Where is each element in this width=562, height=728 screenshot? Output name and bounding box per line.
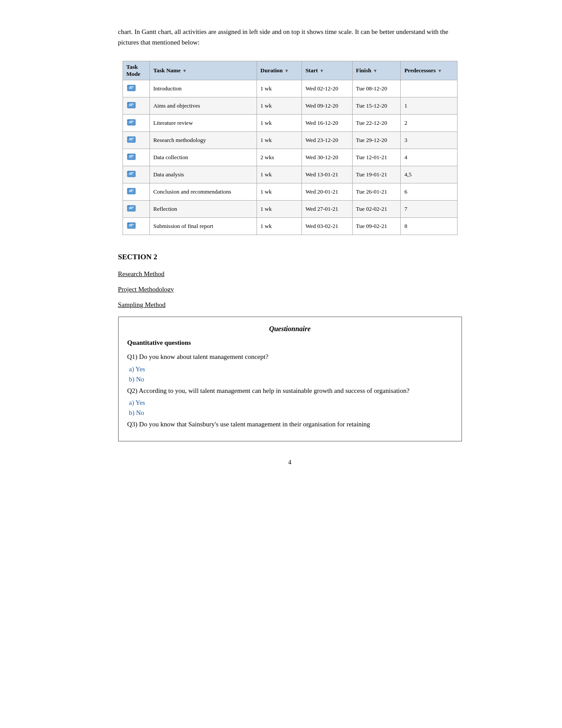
cell-start: Wed 03-02-21 xyxy=(301,218,352,235)
cell-duration: 1 wk xyxy=(257,97,301,115)
question-item: Q3) Do you know that Sainsbury's use tal… xyxy=(127,419,453,429)
cell-start: Wed 20-01-21 xyxy=(301,183,352,201)
cell-predecessors: 7 xyxy=(401,201,457,218)
task-icon xyxy=(127,169,137,178)
task-mode-cell xyxy=(123,132,149,149)
questionnaire-items: Q1) Do you know about talent management … xyxy=(127,352,453,429)
cell-start: Wed 09-12-20 xyxy=(301,97,352,115)
task-mode-cell xyxy=(123,166,149,183)
task-icon xyxy=(127,118,137,127)
table-row: Research methodology1 wkWed 23-12-20Tue … xyxy=(123,132,457,149)
answer-item: b) No xyxy=(129,376,453,383)
question-item: Q2) According to you, will talent manage… xyxy=(127,386,453,396)
answer-item: a) Yes xyxy=(129,366,453,373)
answer-item: b) No xyxy=(129,409,453,417)
cell-finish: Tue 19-01-21 xyxy=(352,166,401,183)
duration-sort-icon[interactable]: ▼ xyxy=(284,68,289,73)
cell-start: Wed 16-12-20 xyxy=(301,115,352,132)
task-mode-cell xyxy=(123,115,149,132)
cell-predecessors: 4 xyxy=(401,149,457,166)
sampling-method-link[interactable]: Sampling Method xyxy=(118,301,462,309)
table-row: Conclusion and recommendations1 wkWed 20… xyxy=(123,183,457,201)
cell-duration: 2 wks xyxy=(257,149,301,166)
gantt-table: TaskMode Task Name ▼ Duration ▼ xyxy=(123,61,458,235)
finish-sort-icon[interactable]: ▼ xyxy=(373,68,377,73)
cell-start: Wed 13-01-21 xyxy=(301,166,352,183)
cell-start: Wed 30-12-20 xyxy=(301,149,352,166)
start-sort-icon[interactable]: ▼ xyxy=(320,68,324,73)
cell-finish: Tue 22-12-20 xyxy=(352,115,401,132)
cell-start: Wed 23-12-20 xyxy=(301,132,352,149)
gantt-body: Introduction1 wkWed 02-12-20Tue 08-12-20… xyxy=(123,80,457,235)
cell-duration: 1 wk xyxy=(257,80,301,97)
task-mode-cell xyxy=(123,149,149,166)
cell-duration: 1 wk xyxy=(257,115,301,132)
finish-label: Finish xyxy=(356,67,372,74)
task-mode-label: TaskMode xyxy=(127,63,141,78)
cell-duration: 1 wk xyxy=(257,183,301,201)
table-row: Reflection1 wkWed 27-01-21Tue 02-02-217 xyxy=(123,201,457,218)
cell-finish: Tue 15-12-20 xyxy=(352,97,401,115)
cell-task_name: Reflection xyxy=(149,201,257,218)
page-container: chart. In Gantt chart, all activities ar… xyxy=(83,0,480,493)
cell-finish: Tue 09-02-21 xyxy=(352,218,401,235)
cell-task_name: Literature review xyxy=(149,115,257,132)
cell-finish: Tue 08-12-20 xyxy=(352,80,401,97)
cell-duration: 1 wk xyxy=(257,218,301,235)
col-header-duration: Duration ▼ xyxy=(257,61,301,80)
cell-finish: Tue 26-01-21 xyxy=(352,183,401,201)
questionnaire-subtitle: Quantitative questions xyxy=(127,339,453,347)
cell-task_name: Research methodology xyxy=(149,132,257,149)
cell-duration: 1 wk xyxy=(257,166,301,183)
cell-task_name: Aims and objectives xyxy=(149,97,257,115)
cell-finish: Tue 12-01-21 xyxy=(352,149,401,166)
task-mode-cell xyxy=(123,201,149,218)
cell-predecessors: 6 xyxy=(401,183,457,201)
gantt-header-row: TaskMode Task Name ▼ Duration ▼ xyxy=(123,61,457,80)
cell-finish: Tue 29-12-20 xyxy=(352,132,401,149)
col-header-start: Start ▼ xyxy=(301,61,352,80)
cell-task_name: Submission of final report xyxy=(149,218,257,235)
predecessors-sort-icon[interactable]: ▼ xyxy=(438,68,442,73)
col-header-predecessors: Predecessors ▼ xyxy=(401,61,457,80)
task-icon xyxy=(127,135,137,144)
predecessors-label: Predecessors xyxy=(404,67,435,74)
col-header-task-mode: TaskMode xyxy=(123,61,149,80)
question-item: Q1) Do you know about talent management … xyxy=(127,352,453,362)
task-icon xyxy=(127,101,137,109)
cell-duration: 1 wk xyxy=(257,201,301,218)
cell-task_name: Introduction xyxy=(149,80,257,97)
cell-predecessors: 3 xyxy=(401,132,457,149)
start-label: Start xyxy=(305,67,318,74)
task-icon xyxy=(127,187,137,195)
page-number: 4 xyxy=(118,459,462,466)
task-name-sort-icon[interactable]: ▼ xyxy=(182,68,187,73)
task-icon xyxy=(127,152,137,161)
intro-paragraph: chart. In Gantt chart, all activities ar… xyxy=(118,26,462,48)
cell-predecessors xyxy=(401,80,457,97)
answer-item: a) Yes xyxy=(129,399,453,407)
task-icon xyxy=(127,221,137,230)
cell-task_name: Data analysis xyxy=(149,166,257,183)
project-methodology-link[interactable]: Project Methodology xyxy=(118,286,462,293)
task-mode-cell xyxy=(123,218,149,235)
task-mode-cell xyxy=(123,97,149,115)
questionnaire-box: Questionnaire Quantitative questions Q1)… xyxy=(118,317,462,441)
table-row: Data collection2 wksWed 30-12-20Tue 12-0… xyxy=(123,149,457,166)
cell-task_name: Conclusion and recommendations xyxy=(149,183,257,201)
research-method-link[interactable]: Research Method xyxy=(118,270,462,278)
task-mode-cell xyxy=(123,183,149,201)
cell-predecessors: 1 xyxy=(401,97,457,115)
col-header-task-name: Task Name ▼ xyxy=(149,61,257,80)
duration-label: Duration xyxy=(261,67,283,74)
col-header-finish: Finish ▼ xyxy=(352,61,401,80)
task-icon xyxy=(127,204,137,213)
task-name-label: Task Name xyxy=(153,67,181,74)
questionnaire-title: Questionnaire xyxy=(127,325,453,333)
cell-start: Wed 27-01-21 xyxy=(301,201,352,218)
table-row: Data analysis1 wkWed 13-01-21Tue 19-01-2… xyxy=(123,166,457,183)
cell-predecessors: 4,5 xyxy=(401,166,457,183)
table-row: Literature review1 wkWed 16-12-20Tue 22-… xyxy=(123,115,457,132)
table-row: Submission of final report1 wkWed 03-02-… xyxy=(123,218,457,235)
cell-predecessors: 2 xyxy=(401,115,457,132)
